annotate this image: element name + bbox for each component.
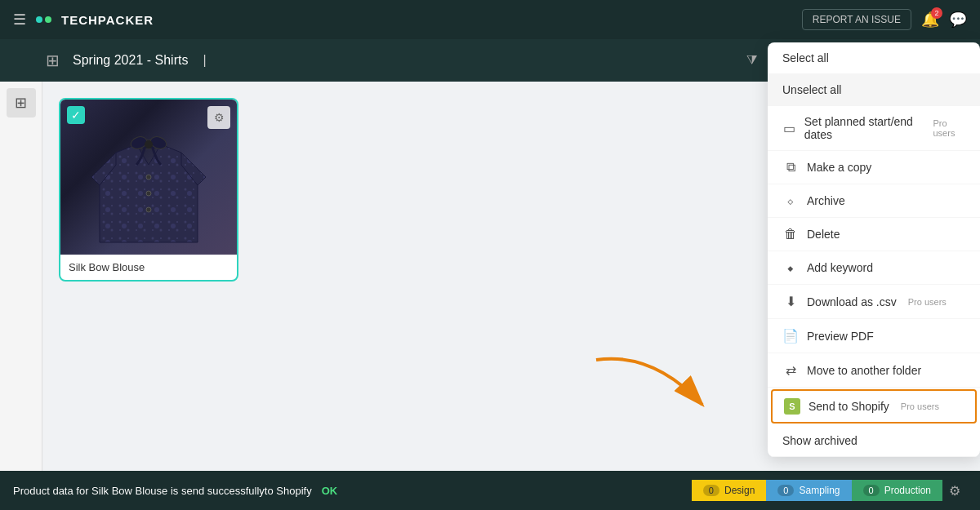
product-card[interactable]: ✓ ⚙ — [59, 98, 238, 282]
production-stage: 0 Production — [852, 480, 943, 501]
trash-icon: 🗑 — [782, 227, 799, 242]
archive-label: Archive — [807, 194, 845, 207]
move-folder-item[interactable]: ⇄ Move to another folder — [768, 353, 980, 388]
delete-item[interactable]: 🗑 Delete — [768, 218, 980, 251]
move-icon: ⇄ — [782, 362, 799, 378]
pipeline-settings-button[interactable]: ⚙ — [942, 483, 967, 499]
download-csv-label: Download as .csv — [807, 295, 897, 308]
send-shopify-label: Send to Shopify — [808, 400, 889, 413]
select-all-label: Select all — [782, 51, 829, 64]
add-keyword-label: Add keyword — [807, 261, 873, 274]
notification-button[interactable]: 🔔 2 — [921, 11, 939, 29]
folder-icon-button[interactable]: ⊞ — [46, 51, 60, 70]
pdf-icon: 📄 — [782, 328, 799, 344]
report-issue-button[interactable]: REPORT AN ISSUE — [802, 9, 911, 30]
svg-point-10 — [146, 191, 151, 196]
select-all-item[interactable]: Select all — [768, 42, 980, 74]
svg-point-8 — [145, 140, 153, 149]
design-count: 0 — [703, 485, 719, 496]
arrow-container — [588, 344, 719, 428]
success-toast: Product data for Silk Bow Blouse is send… — [0, 471, 350, 510]
unselect-all-label: Unselect all — [782, 83, 841, 96]
make-copy-item[interactable]: ⧉ Make a copy — [768, 151, 980, 184]
show-archived-item[interactable]: Show archived — [768, 425, 980, 457]
shopify-icon: S — [784, 398, 800, 415]
keyword-icon: ⬥ — [782, 260, 799, 275]
title-cursor: | — [203, 53, 206, 68]
svg-point-11 — [146, 207, 151, 212]
dropdown-menu: Select all Unselect all ▭ Set planned st… — [768, 42, 980, 457]
download-icon: ⬇ — [782, 294, 799, 309]
top-navigation: ☰ TECHPACKER REPORT AN ISSUE 🔔 2 💬 — [0, 0, 980, 39]
sub-header: ⊞ Spring 2021 - Shirts | ⧩ ··· ⊞ ☰ + ADD… — [0, 39, 980, 82]
production-count: 0 — [863, 485, 880, 496]
design-stage: 0 Design — [692, 480, 766, 501]
copy-icon: ⧉ — [782, 160, 799, 175]
logo-icon — [36, 16, 51, 23]
preview-pdf-label: Preview PDF — [807, 330, 874, 343]
app-name: TECHPACKER — [61, 13, 154, 27]
card-settings-icon[interactable]: ⚙ — [207, 106, 230, 129]
toast-ok-button[interactable]: OK — [322, 485, 338, 497]
calendar-icon: ▭ — [782, 121, 796, 136]
sampling-stage: 0 Sampling — [766, 480, 851, 501]
pipeline-area: 0 Design 0 Sampling 0 Production ⚙ — [692, 480, 980, 501]
toast-message: Product data for Silk Bow Blouse is send… — [13, 485, 312, 497]
pro-badge-shopify: Pro users — [901, 401, 939, 411]
notification-badge: 2 — [931, 7, 942, 19]
production-label: Production — [884, 485, 931, 496]
preview-pdf-item[interactable]: 📄 Preview PDF — [768, 319, 980, 353]
pro-badge-planned: Pro users — [933, 118, 965, 138]
arrow-svg — [588, 344, 719, 425]
sidebar: ⊞ — [0, 82, 42, 510]
set-planned-dates-item[interactable]: ▭ Set planned start/end dates Pro users — [768, 106, 980, 151]
folder-title: Spring 2021 - Shirts — [73, 53, 188, 68]
svg-point-9 — [146, 175, 151, 180]
move-folder-label: Move to another folder — [807, 364, 921, 377]
bottom-bar: Product data for Silk Bow Blouse is send… — [0, 471, 980, 510]
chat-button[interactable]: 💬 — [949, 11, 967, 29]
archive-icon: ⬦ — [782, 193, 799, 208]
sidebar-grid-icon[interactable]: ⊞ — [7, 88, 36, 118]
sampling-label: Sampling — [799, 485, 840, 496]
blouse-illustration — [83, 104, 214, 251]
add-keyword-item[interactable]: ⬥ Add keyword — [768, 251, 980, 285]
delete-label: Delete — [807, 228, 840, 241]
design-label: Design — [724, 485, 755, 496]
hamburger-icon[interactable]: ☰ — [13, 11, 26, 29]
pro-badge-csv: Pro users — [908, 297, 947, 307]
filter-button[interactable]: ⧩ — [746, 53, 757, 68]
card-title: Silk Bow Blouse — [60, 255, 237, 280]
card-checkbox[interactable]: ✓ — [67, 106, 85, 124]
set-planned-label: Set planned start/end dates — [804, 115, 922, 141]
send-to-shopify-item[interactable]: S Send to Shopify Pro users — [771, 389, 977, 424]
show-archived-label: Show archived — [782, 434, 858, 447]
archive-item[interactable]: ⬦ Archive — [768, 184, 980, 218]
unselect-all-item[interactable]: Unselect all — [768, 74, 980, 106]
download-csv-item[interactable]: ⬇ Download as .csv Pro users — [768, 285, 980, 319]
make-copy-label: Make a copy — [807, 161, 871, 174]
sampling-count: 0 — [777, 485, 794, 496]
